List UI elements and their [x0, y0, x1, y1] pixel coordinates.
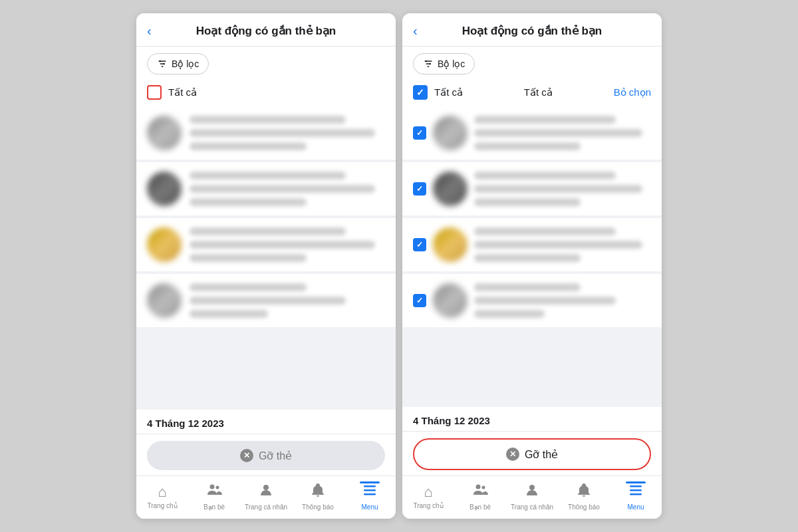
avatar-4	[147, 283, 182, 318]
blur-line-4	[190, 172, 346, 180]
right-checkbox-2[interactable]	[413, 182, 426, 196]
left-nav-profile-label: Trang cá nhân	[245, 503, 287, 511]
blur-line-2	[190, 129, 375, 137]
right-header: ‹ Hoạt động có gắn thẻ bạn	[402, 13, 662, 47]
svg-rect-9	[364, 489, 376, 491]
right-nav-menu-label: Menu	[627, 503, 644, 511]
avatar-3	[147, 227, 182, 262]
right-blur-6	[474, 198, 581, 206]
right-menu-icon	[628, 482, 644, 502]
right-select-all-label: Tất cả	[434, 86, 463, 98]
right-nav-menu[interactable]: Menu	[610, 481, 662, 511]
profile-icon	[258, 482, 274, 502]
left-filter-button[interactable]: Bộ lọc	[147, 53, 209, 74]
right-go-the-button[interactable]: ✕ Gỡ thẻ	[413, 438, 651, 470]
right-nav-notif-label: Thông báo	[568, 503, 600, 511]
right-back-button[interactable]: ‹	[413, 23, 418, 39]
right-checkbox-3[interactable]	[413, 238, 426, 251]
right-blur-2	[474, 129, 642, 137]
right-home-icon: ⌂	[424, 483, 432, 501]
right-content-3	[474, 227, 651, 262]
right-nav-home-label: Trang chủ	[413, 502, 443, 509]
notifications-icon	[310, 482, 326, 502]
right-filter-label: Bộ lọc	[438, 59, 465, 69]
blur-line-10	[190, 283, 307, 291]
svg-rect-21	[630, 493, 642, 495]
right-activity-item-1[interactable]	[402, 106, 662, 160]
left-nav-notifications[interactable]: Thông báo	[292, 482, 344, 511]
left-toolbar: Bộ lọc	[136, 47, 396, 81]
svg-point-5	[210, 484, 215, 489]
right-footer-action: ✕ Gỡ thẻ	[402, 431, 662, 475]
svg-rect-10	[364, 493, 376, 495]
svg-point-15	[429, 63, 431, 65]
blur-line-12	[190, 310, 268, 318]
left-nav-menu[interactable]: Menu	[344, 481, 396, 511]
content-4	[190, 283, 385, 318]
right-profile-icon	[524, 482, 540, 502]
right-checkbox-4[interactable]	[413, 294, 426, 307]
right-nav-friends-label: Bạn bè	[469, 503, 491, 511]
left-activity-item-4[interactable]	[136, 274, 396, 327]
right-blur-9	[474, 254, 581, 262]
left-nav-friends[interactable]: Bạn bè	[188, 482, 240, 511]
avatar-2	[147, 172, 182, 206]
left-nav-home-label: Trang chủ	[147, 502, 177, 509]
right-avatar-1	[433, 116, 467, 150]
svg-point-18	[529, 485, 535, 490]
left-activity-item-1[interactable]	[136, 106, 396, 160]
left-activity-list	[136, 106, 396, 410]
right-nav-friends[interactable]: Bạn bè	[454, 482, 506, 511]
right-panel: ‹ Hoạt động có gắn thẻ bạn Bộ lọc Tất cả…	[402, 13, 662, 519]
right-friends-icon	[472, 482, 488, 502]
right-blur-12	[474, 310, 545, 318]
blur-line-5	[190, 185, 375, 193]
right-blur-4	[474, 172, 616, 180]
right-activity-item-3[interactable]	[402, 218, 662, 271]
svg-rect-8	[364, 485, 376, 487]
right-date-section: 4 Tháng 12 2023	[402, 407, 662, 431]
right-nav-home[interactable]: ⌂ Trang chủ	[402, 483, 454, 509]
right-filter-icon	[423, 59, 434, 69]
right-nav-notifications[interactable]: Thông báo	[558, 482, 610, 511]
right-select-all-checkbox[interactable]	[413, 85, 428, 100]
right-filter-button[interactable]: Bộ lọc	[413, 53, 475, 74]
filter-icon	[157, 59, 168, 69]
right-go-the-label: Gỡ thẻ	[525, 448, 558, 461]
right-blur-11	[474, 297, 616, 305]
left-bottom-nav: ⌂ Trang chủ Bạn bè	[136, 475, 396, 519]
right-date-label: 4 Tháng 12 2023	[413, 415, 490, 426]
right-blur-7	[474, 227, 616, 235]
right-bo-chon-button[interactable]: Bỏ chọn	[614, 86, 651, 98]
right-activity-item-2[interactable]	[402, 162, 662, 215]
left-back-button[interactable]: ‹	[147, 23, 152, 39]
blur-line-3	[190, 142, 307, 150]
left-go-the-button[interactable]: ✕ Gỡ thẻ	[147, 441, 385, 470]
left-activity-item-2[interactable]	[136, 162, 396, 215]
right-circle-x-icon: ✕	[506, 448, 519, 461]
right-activity-item-4[interactable]	[402, 274, 662, 327]
blur-line-11	[190, 297, 346, 305]
right-notifications-icon	[576, 482, 592, 502]
left-nav-home[interactable]: ⌂ Trang chủ	[136, 483, 188, 509]
avatar-1	[147, 116, 182, 150]
left-circle-x-icon: ✕	[240, 449, 253, 462]
svg-point-3	[159, 61, 161, 63]
right-nav-profile[interactable]: Trang cá nhân	[506, 482, 558, 511]
right-blur-3	[474, 142, 581, 150]
left-date-section: 4 Tháng 12 2023	[136, 410, 396, 434]
friends-icon	[206, 482, 222, 502]
right-avatar-4	[433, 283, 467, 318]
content-1	[190, 116, 385, 150]
left-activity-item-3[interactable]	[136, 218, 396, 271]
right-nav-profile-label: Trang cá nhân	[511, 503, 553, 511]
right-checkbox-1[interactable]	[413, 126, 426, 140]
right-blur-1	[474, 116, 616, 124]
right-content-2	[474, 172, 651, 206]
left-panel: ‹ Hoạt động có gắn thẻ bạn Bộ lọc Tất cả	[136, 13, 396, 519]
left-select-all-checkbox[interactable]	[147, 85, 162, 100]
right-activity-list	[402, 106, 662, 407]
left-nav-profile[interactable]: Trang cá nhân	[240, 482, 292, 511]
right-tat-ca-text: Tất cả	[469, 86, 607, 98]
left-header: ‹ Hoạt động có gắn thẻ bạn	[136, 13, 396, 47]
